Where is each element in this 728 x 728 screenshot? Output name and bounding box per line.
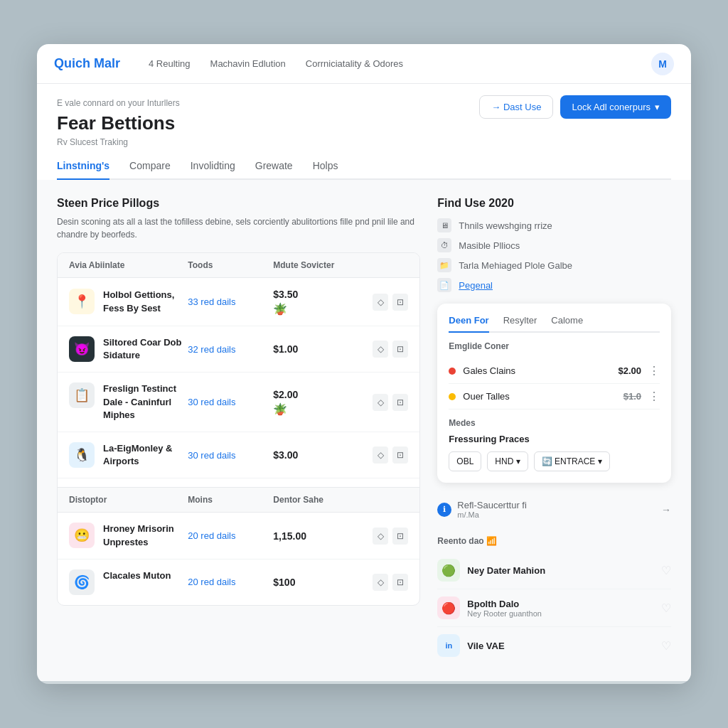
row-price-2: $1.0 — [623, 391, 641, 402]
nav-link-1[interactable]: 4 Reulting — [149, 58, 191, 69]
sub-delete-icon-2[interactable]: ⊡ — [392, 574, 408, 591]
heart-icon-2[interactable]: ♡ — [661, 601, 671, 615]
row-menu-2[interactable]: ⋮ — [648, 390, 660, 403]
sub-edit-icon-1[interactable]: ◇ — [373, 528, 388, 545]
delete-icon-1[interactable]: ⊡ — [392, 294, 408, 311]
delete-icon-3[interactable]: ⊡ — [392, 394, 408, 411]
sub-edit-icon-2[interactable]: ◇ — [373, 574, 388, 591]
item-info-3: 📋 Freslign Testinct Dale - Caninfurl Mip… — [69, 382, 188, 422]
heart-icon-3[interactable]: ♡ — [661, 639, 671, 653]
right-link-anchor[interactable]: Pegenal — [459, 280, 493, 291]
dropdown-hnd[interactable]: HND ▾ — [487, 451, 528, 471]
item-icon-2: 😈 — [69, 336, 95, 362]
sub-action-icons-2: ◇ ⊡ — [373, 574, 408, 591]
item-links-2[interactable]: 32 red dails — [188, 344, 273, 355]
card-tab-deen[interactable]: Deen For — [449, 315, 488, 333]
nav-link-2[interactable]: Machavin Edlution — [210, 58, 286, 69]
deal-use-button[interactable]: → Dast Use — [479, 95, 553, 119]
reco-icon-3: in — [437, 634, 460, 657]
col-header-price: Mdute Sovicter — [273, 260, 373, 270]
right-link-item-3: 📁 Tarla Mehiaged Plole Galbe — [437, 258, 671, 272]
delete-icon-4[interactable]: ⊡ — [392, 446, 408, 464]
edit-icon-4[interactable]: ◇ — [373, 446, 388, 464]
sub-item-price-1: 1,15.00 — [273, 530, 373, 542]
tab-linstnings[interactable]: Linstning's — [57, 160, 109, 180]
item-info-1: 📍 Holbol Gettions, Fess By Sest — [69, 289, 188, 314]
card-tab-resylter[interactable]: Resylter — [503, 315, 537, 333]
reco-item-3: in Vile VAE ♡ — [437, 627, 671, 664]
sub-col-3: Dentor Sahe — [273, 495, 373, 505]
card-tab-calome[interactable]: Calome — [551, 315, 583, 333]
right-links: 🖥 Thnils wewshging rrize ⏱ Masible Pllio… — [437, 218, 671, 292]
item-price-1: $3.50 — [273, 289, 298, 300]
item-info-2: 😈 Siltored Coar Dob Sidature — [69, 336, 188, 362]
right-link-item-2: ⏱ Masible Plliocs — [437, 238, 671, 252]
extra-icon-3: 🪴 — [273, 402, 373, 416]
tab-holps[interactable]: Holps — [313, 160, 338, 180]
item-links-3[interactable]: 30 red dails — [188, 397, 273, 407]
indicator-yellow — [449, 393, 456, 400]
tab-grewate[interactable]: Grewate — [255, 160, 293, 180]
app-container: Quich Malr 4 Reulting Machavin Edlution … — [37, 44, 691, 684]
delete-icon-2[interactable]: ⊡ — [392, 341, 408, 358]
item-price-3: $2.00 — [273, 389, 298, 400]
sub-item-icon-2: 🌀 — [69, 569, 95, 595]
item-price-4: $3.00 — [273, 449, 373, 461]
row-menu-1[interactable]: ⋮ — [648, 364, 660, 378]
sub-col-4 — [373, 495, 408, 505]
item-links-4[interactable]: 30 red dails — [188, 450, 273, 461]
action-icons-3: ◇ ⊡ — [373, 394, 408, 411]
reco-icon-1: 🟢 — [437, 559, 460, 582]
right-card: Deen For Resylter Calome Emglide Coner G… — [437, 304, 671, 483]
right-link-text-3: Tarla Mehiaged Plole Galbe — [459, 260, 572, 271]
heart-icon-1[interactable]: ♡ — [661, 564, 671, 577]
item-links-1[interactable]: 33 red dails — [188, 296, 273, 307]
reco-sub-2: Ney Rooter guanthon — [467, 609, 654, 618]
sub-action-icons-1: ◇ ⊡ — [373, 528, 408, 545]
item-name-3: Freslign Testinct Dale - Caninfurl Miphe… — [103, 382, 188, 422]
right-link-item-1: 🖥 Thnils wewshging rrize — [437, 218, 671, 232]
left-section-title: Steen Price Pillogs — [57, 197, 420, 210]
right-section-title: Find Use 2020 — [437, 197, 671, 210]
sub-item-links-2[interactable]: 20 red dails — [188, 577, 273, 587]
link-icon-2: ⏱ — [437, 238, 451, 252]
table-row: 😬 Hroney Mrisorin Unprestes 20 red dails… — [58, 513, 419, 559]
action-icons-4: ◇ ⊡ — [373, 446, 408, 464]
sub-item-price-2: $100 — [273, 577, 373, 588]
table-row: 🐧 La-EigMonley & Airports 30 red dails $… — [58, 432, 419, 478]
reco-icon-2: 🔴 — [437, 596, 460, 619]
col-header-name: Avia Abiinlate — [69, 260, 188, 270]
item-name-4: La-EigMonley & Airports — [103, 442, 188, 468]
sub-delete-icon-1[interactable]: ⊡ — [392, 528, 408, 545]
top-nav: Quich Malr 4 Reulting Machavin Edlution … — [37, 44, 691, 84]
nav-logo: Quich Malr — [54, 56, 120, 71]
reco-name-3: Vile VAE — [467, 641, 654, 651]
right-link-item-4: 📄 Pegenal — [437, 278, 671, 292]
dropdown-entrace[interactable]: 🔄 ENTRACE ▾ — [534, 451, 610, 471]
tab-involidting[interactable]: Involidting — [191, 160, 235, 180]
dropdown-obl[interactable]: OBL — [449, 451, 481, 471]
lock-button[interactable]: Lock Adl conerpurs ▾ — [560, 95, 671, 119]
table-row: 🌀 Clacales Muton 20 red dails $100 ◇ ⊡ — [58, 560, 419, 605]
sub-item-icon-1: 😬 — [69, 523, 95, 548]
edit-icon-1[interactable]: ◇ — [373, 294, 388, 311]
sub-item-name-2: Clacales Muton — [103, 569, 171, 582]
nav-link-3[interactable]: Corrniciatality & Odores — [306, 58, 403, 69]
dropdowns-row: OBL HND ▾ 🔄 ENTRACE ▾ — [449, 451, 660, 471]
right-link-text-1: Thnils wewshging rrize — [459, 220, 552, 231]
sub-item-links-1[interactable]: 20 red dails — [188, 530, 273, 541]
item-info-4: 🐧 La-EigMonley & Airports — [69, 442, 188, 468]
left-column: Steen Price Pillogs Desin sconing ats al… — [57, 197, 420, 664]
tab-compare[interactable]: Compare — [129, 160, 171, 180]
edit-icon-3[interactable]: ◇ — [373, 394, 388, 411]
avatar[interactable]: M — [651, 53, 674, 75]
item-name-1: Holbol Gettions, Fess By Sest — [103, 289, 188, 314]
extra-icon-1: 🪴 — [273, 302, 373, 316]
arrow-right-icon: → — [661, 504, 671, 515]
main-table: Avia Abiinlate Toods Mdute Sovicter 📍 Ho… — [57, 252, 420, 606]
col-header-toods: Toods — [188, 260, 273, 270]
edit-icon-2[interactable]: ◇ — [373, 341, 388, 358]
right-link-text-2: Masible Plliocs — [459, 240, 520, 251]
two-col-layout: Steen Price Pillogs Desin sconing ats al… — [37, 180, 691, 681]
info-text: Refl-Saucerttur fi — [457, 500, 527, 510]
